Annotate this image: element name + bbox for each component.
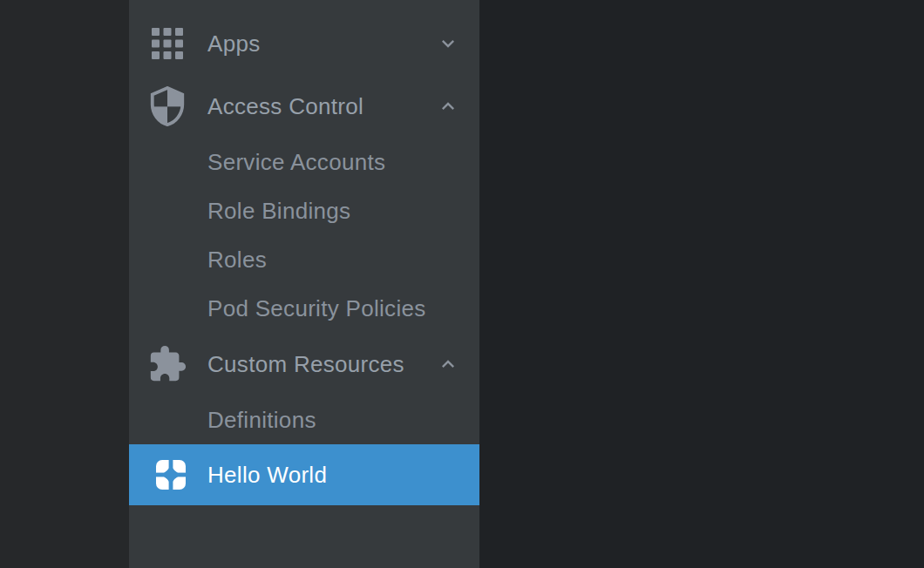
sidebar-item-access-control[interactable]: Access Control [129, 75, 479, 138]
sidebar-item-label: Access Control [207, 93, 363, 120]
chevron-down-icon[interactable] [436, 31, 460, 56]
sidebar-item-roles[interactable]: Roles [129, 235, 479, 284]
chevron-up-icon[interactable] [436, 352, 460, 376]
crd-icon [156, 460, 186, 490]
sidebar-item-role-bindings[interactable]: Role Bindings [129, 186, 479, 235]
sidebar: Apps Access Control [129, 0, 479, 568]
sidebar-item-definitions[interactable]: Definitions [129, 396, 479, 444]
sidebar-subitem-label: Service Accounts [207, 149, 385, 176]
sidebar-item-label: Custom Resources [207, 351, 404, 378]
sidebar-item-hello-world[interactable]: Hello World [129, 444, 479, 505]
sidebar-item-custom-resources[interactable]: Custom Resources [129, 333, 479, 396]
sidebar-subitem-label: Definitions [207, 407, 316, 434]
sidebar-item-label: Apps [207, 30, 260, 57]
apps-grid-icon [147, 24, 187, 64]
sidebar-subitem-label: Pod Security Policies [207, 295, 426, 322]
shield-checkered-icon [147, 86, 187, 126]
sidebar-subitem-label: Role Bindings [207, 198, 350, 225]
sidebar-item-service-accounts[interactable]: Service Accounts [129, 138, 479, 186]
main-content-area [479, 0, 924, 568]
sidebar-subitem-label: Hello World [207, 462, 327, 489]
puzzle-icon [147, 344, 187, 384]
chevron-up-icon[interactable] [436, 94, 460, 118]
sidebar-subitem-label: Roles [207, 247, 267, 274]
sidebar-item-apps[interactable]: Apps [129, 12, 479, 75]
screen: Apps Access Control [0, 0, 924, 568]
sidebar-item-pod-security-policies[interactable]: Pod Security Policies [129, 284, 479, 333]
left-panel [0, 0, 129, 568]
